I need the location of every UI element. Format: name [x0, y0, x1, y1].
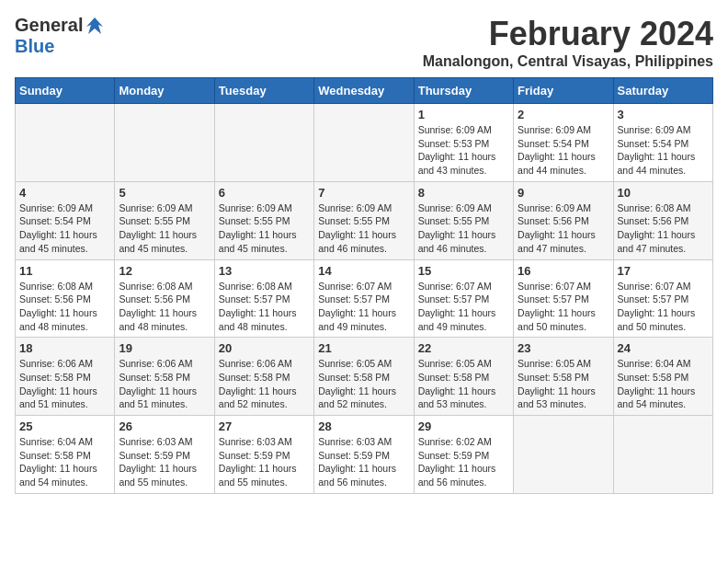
day-info: Sunrise: 6:09 AMSunset: 5:54 PMDaylight:…	[19, 201, 110, 256]
day-number: 2	[518, 108, 609, 121]
calendar-cell: 1Sunrise: 6:09 AMSunset: 5:53 PMDaylight…	[414, 104, 513, 182]
location-title: Manalongon, Central Visayas, Philippines	[423, 53, 713, 70]
day-number: 13	[219, 264, 310, 278]
day-number: 26	[119, 419, 210, 433]
calendar-cell	[214, 104, 313, 182]
header: General Blue February 2024 Manalongon, C…	[15, 15, 713, 70]
calendar-cell	[314, 104, 414, 182]
calendar-cell: 22Sunrise: 6:05 AMSunset: 5:58 PMDayligh…	[414, 338, 513, 416]
day-info: Sunrise: 6:06 AMSunset: 5:58 PMDaylight:…	[19, 357, 110, 411]
day-info: Sunrise: 6:07 AMSunset: 5:57 PMDaylight:…	[518, 280, 609, 334]
day-number: 3	[618, 108, 709, 121]
calendar-cell: 20Sunrise: 6:06 AMSunset: 5:58 PMDayligh…	[214, 338, 313, 416]
calendar-week-row: 4Sunrise: 6:09 AMSunset: 5:54 PMDaylight…	[16, 181, 713, 259]
day-info: Sunrise: 6:02 AMSunset: 5:59 PMDaylight:…	[418, 435, 509, 489]
day-number: 23	[518, 341, 609, 355]
day-header-saturday: Saturday	[613, 78, 712, 104]
day-info: Sunrise: 6:09 AMSunset: 5:55 PMDaylight:…	[119, 201, 210, 256]
day-info: Sunrise: 6:03 AMSunset: 5:59 PMDaylight:…	[318, 435, 409, 489]
calendar-week-row: 18Sunrise: 6:06 AMSunset: 5:58 PMDayligh…	[16, 338, 713, 416]
day-info: Sunrise: 6:04 AMSunset: 5:58 PMDaylight:…	[618, 357, 709, 411]
calendar-cell: 6Sunrise: 6:09 AMSunset: 5:55 PMDaylight…	[214, 181, 313, 259]
day-number: 4	[19, 186, 110, 200]
day-number: 19	[119, 341, 210, 355]
day-info: Sunrise: 6:09 AMSunset: 5:56 PMDaylight:…	[518, 201, 609, 256]
calendar-header-row: SundayMondayTuesdayWednesdayThursdayFrid…	[16, 78, 713, 104]
calendar-cell: 24Sunrise: 6:04 AMSunset: 5:58 PMDayligh…	[613, 338, 712, 416]
day-info: Sunrise: 6:07 AMSunset: 5:57 PMDaylight:…	[318, 280, 409, 334]
logo-blue-text: Blue	[15, 36, 54, 57]
day-number: 12	[119, 264, 210, 278]
calendar-cell: 14Sunrise: 6:07 AMSunset: 5:57 PMDayligh…	[314, 259, 414, 338]
calendar-cell: 19Sunrise: 6:06 AMSunset: 5:58 PMDayligh…	[115, 338, 214, 416]
day-number: 27	[219, 419, 310, 433]
day-number: 15	[418, 264, 509, 278]
calendar-cell: 16Sunrise: 6:07 AMSunset: 5:57 PMDayligh…	[514, 259, 613, 338]
day-info: Sunrise: 6:05 AMSunset: 5:58 PMDaylight:…	[418, 357, 509, 411]
calendar-week-row: 11Sunrise: 6:08 AMSunset: 5:56 PMDayligh…	[16, 259, 713, 338]
calendar-week-row: 1Sunrise: 6:09 AMSunset: 5:53 PMDaylight…	[16, 104, 713, 182]
logo-general-text: General	[15, 15, 83, 36]
day-header-friday: Friday	[514, 78, 613, 104]
calendar-cell	[115, 104, 214, 182]
calendar-cell: 10Sunrise: 6:08 AMSunset: 5:56 PMDayligh…	[613, 181, 712, 259]
title-area: February 2024 Manalongon, Central Visaya…	[423, 15, 713, 70]
day-info: Sunrise: 6:05 AMSunset: 5:58 PMDaylight:…	[518, 357, 609, 411]
calendar-cell: 26Sunrise: 6:03 AMSunset: 5:59 PMDayligh…	[115, 416, 214, 494]
calendar-cell: 25Sunrise: 6:04 AMSunset: 5:58 PMDayligh…	[16, 416, 115, 494]
day-info: Sunrise: 6:09 AMSunset: 5:55 PMDaylight:…	[318, 201, 409, 256]
day-info: Sunrise: 6:06 AMSunset: 5:58 PMDaylight:…	[219, 357, 310, 411]
logo-bird-icon	[85, 16, 105, 36]
day-number: 17	[618, 264, 709, 278]
svg-marker-0	[86, 17, 103, 34]
day-number: 24	[618, 341, 709, 355]
day-number: 6	[219, 186, 310, 200]
day-header-thursday: Thursday	[414, 78, 513, 104]
calendar-cell	[16, 104, 115, 182]
day-info: Sunrise: 6:08 AMSunset: 5:56 PMDaylight:…	[119, 280, 210, 334]
day-number: 29	[418, 419, 509, 433]
calendar-cell: 4Sunrise: 6:09 AMSunset: 5:54 PMDaylight…	[16, 181, 115, 259]
calendar-cell: 11Sunrise: 6:08 AMSunset: 5:56 PMDayligh…	[16, 259, 115, 338]
calendar-cell: 7Sunrise: 6:09 AMSunset: 5:55 PMDaylight…	[314, 181, 414, 259]
calendar-cell: 12Sunrise: 6:08 AMSunset: 5:56 PMDayligh…	[115, 259, 214, 338]
day-number: 21	[318, 341, 409, 355]
calendar-cell: 23Sunrise: 6:05 AMSunset: 5:58 PMDayligh…	[514, 338, 613, 416]
day-info: Sunrise: 6:08 AMSunset: 5:56 PMDaylight:…	[618, 201, 709, 256]
day-header-wednesday: Wednesday	[314, 78, 414, 104]
day-number: 7	[318, 186, 409, 200]
day-info: Sunrise: 6:05 AMSunset: 5:58 PMDaylight:…	[318, 357, 409, 411]
day-number: 5	[119, 186, 210, 200]
calendar-cell: 8Sunrise: 6:09 AMSunset: 5:55 PMDaylight…	[414, 181, 513, 259]
calendar-cell: 9Sunrise: 6:09 AMSunset: 5:56 PMDaylight…	[514, 181, 613, 259]
day-number: 14	[318, 264, 409, 278]
day-info: Sunrise: 6:07 AMSunset: 5:57 PMDaylight:…	[618, 280, 709, 334]
day-number: 8	[418, 186, 509, 200]
month-title: February 2024	[423, 15, 713, 53]
calendar-table: SundayMondayTuesdayWednesdayThursdayFrid…	[15, 77, 713, 494]
calendar-cell: 3Sunrise: 6:09 AMSunset: 5:54 PMDaylight…	[613, 104, 712, 182]
day-info: Sunrise: 6:03 AMSunset: 5:59 PMDaylight:…	[119, 435, 210, 489]
calendar-cell: 18Sunrise: 6:06 AMSunset: 5:58 PMDayligh…	[16, 338, 115, 416]
day-info: Sunrise: 6:09 AMSunset: 5:54 PMDaylight:…	[518, 123, 609, 178]
calendar-cell: 28Sunrise: 6:03 AMSunset: 5:59 PMDayligh…	[314, 416, 414, 494]
calendar-cell: 27Sunrise: 6:03 AMSunset: 5:59 PMDayligh…	[214, 416, 313, 494]
calendar-cell	[514, 416, 613, 494]
day-header-monday: Monday	[115, 78, 214, 104]
calendar-cell: 17Sunrise: 6:07 AMSunset: 5:57 PMDayligh…	[613, 259, 712, 338]
day-info: Sunrise: 6:09 AMSunset: 5:55 PMDaylight:…	[219, 201, 310, 256]
day-info: Sunrise: 6:08 AMSunset: 5:57 PMDaylight:…	[219, 280, 310, 334]
day-number: 25	[19, 419, 110, 433]
day-number: 11	[19, 264, 110, 278]
day-number: 28	[318, 419, 409, 433]
day-number: 9	[518, 186, 609, 200]
day-number: 20	[219, 341, 310, 355]
day-info: Sunrise: 6:09 AMSunset: 5:54 PMDaylight:…	[618, 123, 709, 178]
day-info: Sunrise: 6:04 AMSunset: 5:58 PMDaylight:…	[19, 435, 110, 489]
day-info: Sunrise: 6:08 AMSunset: 5:56 PMDaylight:…	[19, 280, 110, 334]
day-number: 22	[418, 341, 509, 355]
day-info: Sunrise: 6:06 AMSunset: 5:58 PMDaylight:…	[119, 357, 210, 411]
day-info: Sunrise: 6:03 AMSunset: 5:59 PMDaylight:…	[219, 435, 310, 489]
day-info: Sunrise: 6:07 AMSunset: 5:57 PMDaylight:…	[418, 280, 509, 334]
day-number: 1	[418, 108, 509, 121]
